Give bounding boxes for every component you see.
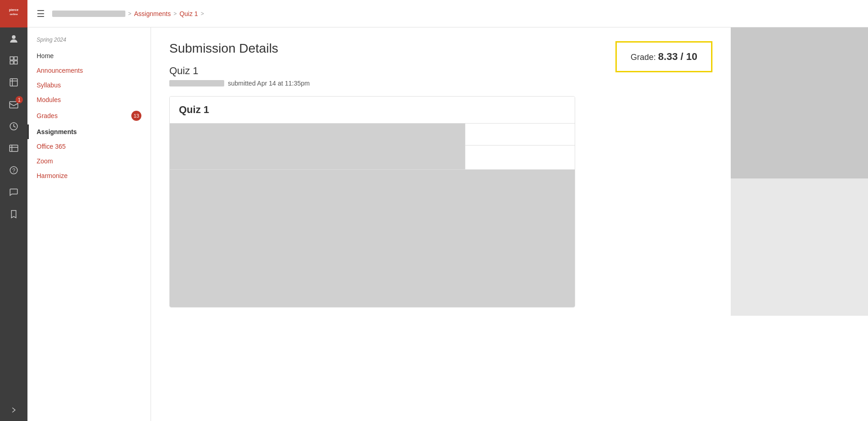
answer-section [170,170,575,307]
grade-box: Grade: 8.33 / 10 [615,41,712,72]
right-panel-bottom [731,178,868,316]
logo-text: pierce online [5,5,22,22]
content-area: Spring 2024 Home Announcements Syllabus … [27,27,868,421]
sidebar-item-announcements[interactable]: Announcements [27,63,151,78]
breadcrumb-assignments[interactable]: Assignments [134,10,171,17]
question-content-area [170,124,465,169]
main-wrapper: ☰ > Assignments > Quiz 1 > Spring 2024 H… [27,0,868,421]
svg-rect-5 [14,57,17,60]
collapse-rail-button[interactable] [0,399,27,421]
sidebar-home-label: Home [37,52,54,59]
breadcrumb-sep-2: > [173,11,177,17]
grade-value: 8.33 / 10 [658,51,697,62]
page-content: Grade: 8.33 / 10 Submission Details Quiz… [151,27,731,421]
breadcrumb-sep-3: > [201,11,204,17]
sidebar-item-home[interactable]: Home [27,49,151,63]
submission-info: submitted Apr 14 at 11:35pm [169,80,712,87]
sidebar-modules-label: Modules [37,96,61,103]
svg-rect-8 [10,79,17,86]
sidebar-assignments-label: Assignments [37,128,77,135]
inbox-icon[interactable]: 1 [0,93,27,115]
svg-text:pierce: pierce [9,8,19,12]
breadcrumb: > Assignments > Quiz 1 > [52,10,204,17]
svg-rect-13 [10,145,18,151]
sidebar-item-syllabus[interactable]: Syllabus [27,78,151,92]
svg-text:online: online [10,13,18,16]
sidebar-announcements-label: Announcements [37,67,83,74]
inbox-badge: 1 [16,96,23,103]
breadcrumb-sep-1: > [128,11,131,17]
hamburger-button[interactable]: ☰ [37,8,45,19]
sidebar-harmonize-label: Harmonize [37,172,68,179]
svg-text:?: ? [12,167,16,174]
question-sidebar [465,124,575,169]
commons-icon[interactable] [0,137,27,159]
breadcrumb-quiz[interactable]: Quiz 1 [179,10,198,17]
svg-rect-6 [10,61,13,64]
quiz-box-header: Quiz 1 [170,97,575,124]
sidebar-zoom-label: Zoom [37,157,53,165]
logo[interactable]: pierce online [0,0,27,27]
sidebar-term: Spring 2024 [27,37,151,49]
svg-rect-7 [14,61,17,64]
quiz-box: Quiz 1 [169,96,575,308]
help-icon[interactable]: ? [0,159,27,181]
right-panel-top [731,27,868,178]
grades-badge: 13 [131,111,141,121]
icon-rail: pierce online 1 [0,0,27,421]
sidebar-item-modules[interactable]: Modules [27,92,151,107]
submission-text: submitted Apr 14 at 11:35pm [228,80,310,87]
account-icon[interactable] [0,27,27,49]
sidebar: Spring 2024 Home Announcements Syllabus … [27,27,151,421]
sidebar-item-assignments[interactable]: Assignments [27,124,151,139]
history-icon[interactable] [0,115,27,137]
sidebar-syllabus-label: Syllabus [37,81,61,89]
sidebar-office365-label: Office 365 [37,143,66,150]
dashboard-icon[interactable] [0,49,27,71]
breadcrumb-course-blur [52,11,125,17]
right-panel [731,27,868,421]
svg-point-3 [12,35,16,39]
sidebar-item-harmonize[interactable]: Harmonize [27,168,151,183]
sidebar-grades-label: Grades [37,112,58,119]
grade-label: Grade: [631,53,656,62]
bookmark-icon[interactable] [0,203,27,225]
chat-icon[interactable] [0,181,27,203]
courses-icon[interactable] [0,71,27,93]
svg-rect-4 [10,57,13,60]
top-nav: ☰ > Assignments > Quiz 1 > [27,0,868,27]
sidebar-item-office365[interactable]: Office 365 [27,139,151,154]
sidebar-item-grades[interactable]: Grades 13 [27,107,151,124]
sidebar-item-zoom[interactable]: Zoom [27,154,151,168]
question-section [170,124,575,170]
submitter-name-blur [169,80,224,86]
